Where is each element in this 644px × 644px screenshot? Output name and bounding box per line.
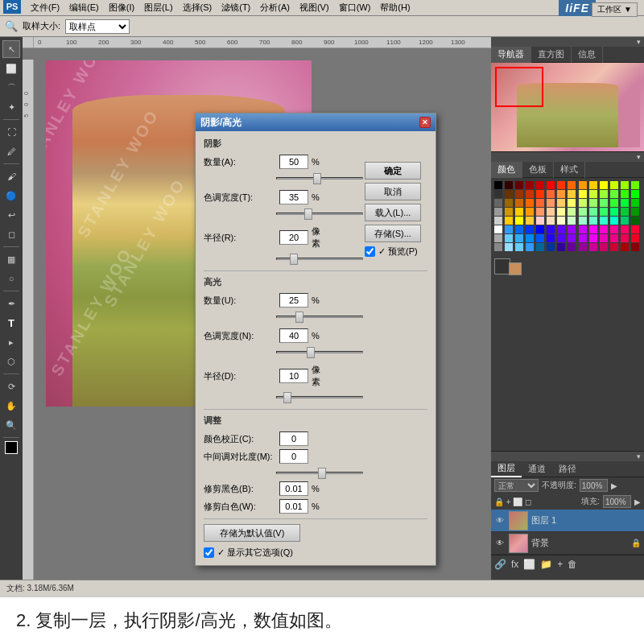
color-swatch-71[interactable] (505, 225, 513, 233)
color-swatch-28[interactable] (494, 199, 502, 207)
color-swatch-108[interactable] (600, 243, 608, 251)
color-swatch-87[interactable] (526, 234, 534, 242)
adjust-clip-white-input[interactable] (279, 499, 308, 514)
color-swatch-84[interactable] (494, 234, 502, 242)
color-swatch-95[interactable] (610, 234, 618, 242)
color-swatch-90[interactable] (557, 234, 565, 242)
workarea-button[interactable]: 工作区 ▼ (592, 2, 638, 17)
color-swatch-96[interactable] (621, 234, 629, 242)
color-swatch-20[interactable] (557, 190, 565, 198)
color-swatch-40[interactable] (621, 199, 629, 207)
menu-analysis[interactable]: 分析(A) (260, 2, 290, 14)
color-swatch-25[interactable] (610, 190, 618, 198)
menu-edit[interactable]: 编辑(E) (69, 2, 99, 14)
menu-help[interactable]: 帮助(H) (380, 2, 410, 14)
tool-gradient[interactable]: ▦ (2, 250, 20, 268)
color-swatch-10[interactable] (600, 181, 608, 189)
tab-info[interactable]: 信息 (572, 47, 603, 63)
color-swatch-59[interactable] (526, 217, 534, 225)
color-swatch-13[interactable] (631, 181, 639, 189)
color-swatch-35[interactable] (568, 199, 576, 207)
highlight-radius-slider[interactable] (276, 391, 363, 402)
layer-delete-btn[interactable]: 🗑 (568, 559, 577, 570)
layer-effects-btn[interactable]: fx (511, 559, 518, 570)
color-swatch-52[interactable] (600, 208, 608, 216)
color-swatch-78[interactable] (579, 225, 587, 233)
menu-select[interactable]: 选择(S) (183, 2, 213, 14)
dialog-preview-checkbox[interactable] (365, 246, 375, 257)
color-swatch-63[interactable] (568, 217, 576, 225)
color-swatch-68[interactable] (621, 217, 629, 225)
navigator-frame[interactable] (495, 67, 543, 107)
color-swatch-44[interactable] (515, 208, 523, 216)
color-swatch-29[interactable] (505, 199, 513, 207)
color-swatch-70[interactable] (494, 225, 502, 233)
fill-arrow[interactable]: ▶ (634, 497, 641, 506)
color-swatch-26[interactable] (621, 190, 629, 198)
color-swatch-54[interactable] (621, 208, 629, 216)
color-swatch-47[interactable] (547, 208, 555, 216)
color-swatch-74[interactable] (536, 225, 544, 233)
tool-select-rect[interactable]: ⬜ (2, 60, 20, 77)
tab-paths[interactable]: 路径 (552, 461, 583, 477)
color-swatch-69[interactable] (631, 217, 639, 225)
color-swatch-76[interactable] (557, 225, 565, 233)
color-swatch-80[interactable] (600, 225, 608, 233)
dialog-cancel-button[interactable]: 取消 (365, 183, 421, 200)
menu-image[interactable]: 图像(I) (109, 2, 134, 14)
shadow-tonal-slider[interactable] (276, 208, 363, 219)
color-swatch-15[interactable] (505, 190, 513, 198)
color-swatch-103[interactable] (547, 243, 555, 251)
tab-swatches[interactable]: 色板 (522, 162, 554, 178)
color-swatch-19[interactable] (547, 190, 555, 198)
tool-magic-wand[interactable]: ✦ (2, 98, 20, 116)
main-canvas[interactable]: STANLEY WOO STANLEY WOO STANLEY WOO STAN… (34, 48, 491, 580)
color-swatch-50[interactable] (579, 208, 587, 216)
navigator-minimize-btn[interactable]: ▾ (637, 38, 641, 46)
tab-styles[interactable]: 样式 (554, 162, 585, 178)
color-swatch-0[interactable] (494, 181, 502, 189)
tab-colors[interactable]: 颜色 (491, 162, 522, 178)
color-swatch-9[interactable] (589, 181, 597, 189)
color-swatch-27[interactable] (631, 190, 639, 198)
foreground-color[interactable] (5, 441, 18, 454)
layer-new-btn[interactable]: + (557, 559, 563, 570)
color-swatch-109[interactable] (610, 243, 618, 251)
color-swatch-16[interactable] (515, 190, 523, 198)
dialog-close-button[interactable]: ✕ (419, 117, 431, 128)
highlight-amount-thumb[interactable] (295, 312, 303, 323)
color-swatch-62[interactable] (557, 217, 565, 225)
tool-pen[interactable]: ✒ (2, 295, 20, 312)
color-swatch-82[interactable] (621, 225, 629, 233)
opacity-arrow[interactable]: ▶ (611, 481, 617, 490)
tab-histogram[interactable]: 直方图 (531, 47, 572, 63)
color-swatch-5[interactable] (547, 181, 555, 189)
menu-layer[interactable]: 图层(L) (144, 2, 172, 14)
color-swatch-12[interactable] (621, 181, 629, 189)
adjust-clip-black-input[interactable] (279, 481, 308, 496)
adjust-mid-input[interactable] (279, 449, 308, 464)
tool-brush[interactable]: 🖌 (2, 167, 20, 185)
layer-group-btn[interactable]: 📁 (540, 559, 552, 570)
color-swatch-65[interactable] (589, 217, 597, 225)
color-swatch-18[interactable] (536, 190, 544, 198)
color-swatch-17[interactable] (526, 190, 534, 198)
color-swatch-89[interactable] (547, 234, 555, 242)
color-swatch-14[interactable] (494, 190, 502, 198)
color-swatch-77[interactable] (568, 225, 576, 233)
menu-view[interactable]: 视图(V) (299, 2, 329, 14)
color-swatch-30[interactable] (515, 199, 523, 207)
color-swatch-104[interactable] (557, 243, 565, 251)
color-swatch-60[interactable] (536, 217, 544, 225)
color-swatch-93[interactable] (589, 234, 597, 242)
color-swatch-79[interactable] (589, 225, 597, 233)
color-swatch-98[interactable] (494, 243, 502, 251)
color-swatch-24[interactable] (600, 190, 608, 198)
color-swatch-51[interactable] (589, 208, 597, 216)
highlight-amount-slider[interactable] (276, 311, 363, 322)
color-swatch-32[interactable] (536, 199, 544, 207)
color-swatch-45[interactable] (526, 208, 534, 216)
color-swatch-31[interactable] (526, 199, 534, 207)
tool-history-brush[interactable]: ↩ (2, 206, 20, 224)
foreground-swatch[interactable] (494, 258, 510, 275)
